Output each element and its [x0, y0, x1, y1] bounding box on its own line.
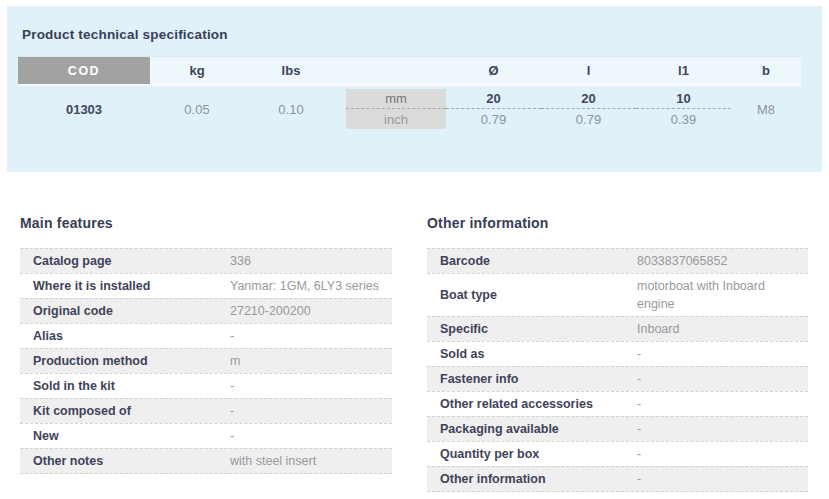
- info-value: -: [637, 370, 808, 388]
- info-row: Packaging available -: [427, 416, 808, 441]
- info-value: Inboard: [637, 320, 808, 338]
- info-value: -: [637, 420, 808, 438]
- feature-label: New: [20, 427, 230, 445]
- spec-data-row: 01303 0.05 0.10 mm inch 20 0.79 20 0.79: [18, 89, 801, 130]
- feature-value: -: [230, 402, 392, 420]
- info-label: Boat type: [427, 286, 637, 304]
- info-value: 8033837065852: [637, 252, 808, 270]
- info-label: Sold as: [427, 345, 637, 363]
- spec-table: COD kg lbs Ø l l1 b 01303 0.05 0.10 mm i…: [18, 56, 801, 130]
- col-header-l1: l1: [636, 57, 731, 84]
- l-inch-value: 0.79: [541, 109, 636, 129]
- feature-row: Catalog page 336: [20, 248, 392, 273]
- lbs-value: 0.10: [244, 89, 338, 130]
- info-value: motorboat with Inboard engine: [637, 277, 808, 313]
- spec-panel-title: Product technical specification: [7, 6, 822, 42]
- info-label: Quantity per box: [427, 445, 637, 463]
- col-header-lbs: lbs: [244, 57, 338, 84]
- b-value: M8: [731, 89, 801, 130]
- feature-label: Alias: [20, 327, 230, 345]
- feature-value: Yanmar: 1GM, 6LY3 series: [230, 277, 392, 295]
- feature-label: Other notes: [20, 452, 230, 470]
- info-value: -: [637, 345, 808, 363]
- col-header-units: [338, 57, 446, 84]
- feature-value: -: [230, 377, 392, 395]
- main-features-title: Main features: [20, 215, 392, 231]
- info-label: Barcode: [427, 252, 637, 270]
- col-header-diameter: Ø: [446, 57, 541, 84]
- spec-panel: Product technical specification COD kg l…: [7, 6, 822, 172]
- feature-value: m: [230, 352, 392, 370]
- col-header-kg: kg: [150, 57, 244, 84]
- feature-value: -: [230, 327, 392, 345]
- product-spec-page: Product technical specification COD kg l…: [0, 6, 829, 492]
- feature-row: Kit composed of -: [20, 398, 392, 423]
- info-row: Sold as -: [427, 341, 808, 366]
- info-label: Other information: [427, 470, 637, 488]
- info-value: -: [637, 445, 808, 463]
- l-values: 20 0.79: [541, 89, 636, 130]
- kg-value: 0.05: [150, 89, 244, 130]
- unit-inch-label: inch: [346, 109, 446, 129]
- feature-value: 27210-200200: [230, 302, 392, 320]
- info-section: Main features Catalog page 336 Where it …: [20, 215, 810, 492]
- feature-label: Original code: [20, 302, 230, 320]
- info-row: Boat type motorboat with Inboard engine: [427, 273, 808, 316]
- other-information-title: Other information: [427, 215, 808, 231]
- info-row: Fastener info -: [427, 366, 808, 391]
- info-value: -: [637, 395, 808, 413]
- l-mm-value: 20: [541, 89, 636, 109]
- main-features: Main features Catalog page 336 Where it …: [20, 215, 392, 492]
- col-header-cod: COD: [18, 57, 150, 84]
- feature-label: Sold in the kit: [20, 377, 230, 395]
- col-header-l: l: [541, 57, 636, 84]
- feature-row: Where it is installed Yanmar: 1GM, 6LY3 …: [20, 273, 392, 298]
- feature-row: New -: [20, 423, 392, 448]
- feature-row: Sold in the kit -: [20, 373, 392, 398]
- feature-row: Alias -: [20, 323, 392, 348]
- feature-row: Original code 27210-200200: [20, 298, 392, 323]
- main-features-table: Catalog page 336 Where it is installed Y…: [20, 248, 392, 474]
- feature-label: Production method: [20, 352, 230, 370]
- l1-values: 10 0.39: [636, 89, 731, 130]
- feature-label: Catalog page: [20, 252, 230, 270]
- info-row: Specific Inboard: [427, 316, 808, 341]
- info-label: Other related accessories: [427, 395, 637, 413]
- info-row: Barcode 8033837065852: [427, 248, 808, 273]
- feature-value: with steel insert: [230, 452, 392, 470]
- feature-row: Production method m: [20, 348, 392, 373]
- spec-table-header: COD kg lbs Ø l l1 b: [18, 56, 801, 86]
- unit-cell: mm inch: [338, 89, 446, 130]
- diameter-inch-value: 0.79: [446, 109, 541, 129]
- feature-label: Where it is installed: [20, 277, 230, 295]
- info-value: -: [637, 470, 808, 488]
- info-row: Quantity per box -: [427, 441, 808, 466]
- l1-mm-value: 10: [636, 89, 731, 109]
- info-label: Specific: [427, 320, 637, 338]
- col-header-b: b: [731, 57, 801, 84]
- cod-value: 01303: [18, 89, 150, 130]
- other-information: Other information Barcode 8033837065852 …: [427, 215, 808, 492]
- info-row: Other information -: [427, 466, 808, 492]
- feature-value: 336: [230, 252, 392, 270]
- info-label: Packaging available: [427, 420, 637, 438]
- info-row: Other related accessories -: [427, 391, 808, 416]
- info-label: Fastener info: [427, 370, 637, 388]
- feature-label: Kit composed of: [20, 402, 230, 420]
- diameter-mm-value: 20: [446, 89, 541, 109]
- diameter-values: 20 0.79: [446, 89, 541, 130]
- unit-box: mm inch: [346, 89, 446, 129]
- l1-inch-value: 0.39: [636, 109, 731, 129]
- feature-row: Other notes with steel insert: [20, 448, 392, 474]
- feature-value: -: [230, 427, 392, 445]
- unit-mm-label: mm: [346, 89, 446, 109]
- other-information-table: Barcode 8033837065852 Boat type motorboa…: [427, 248, 808, 492]
